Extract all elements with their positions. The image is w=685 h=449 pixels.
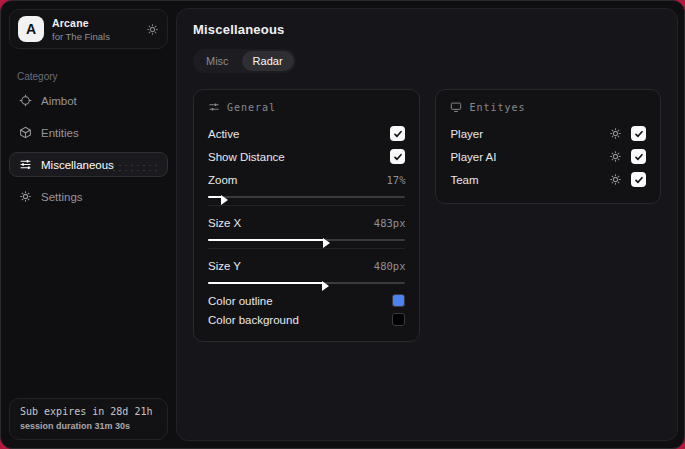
sidebar-item-entities[interactable]: Entities: [9, 120, 168, 145]
sidebar-item-label: Miscellaneous: [41, 159, 114, 171]
divider: [208, 248, 405, 249]
check-icon: [393, 129, 403, 139]
general-panel: General Active Show Distance: [193, 89, 420, 342]
gear-icon[interactable]: [609, 150, 622, 163]
active-checkbox[interactable]: [390, 126, 405, 141]
app-window: A Arcane for The Finals Category: [0, 0, 685, 449]
slider-track: [208, 196, 405, 198]
sidebar-nav: Aimbot Entities Miscel: [1, 88, 176, 209]
slider-thumb[interactable]: [322, 281, 329, 291]
category-label: Category: [17, 71, 176, 82]
entities-icon: [19, 126, 32, 139]
slider-value: 483px: [374, 217, 406, 229]
slider-row-size-x: Size X 483px: [208, 211, 405, 234]
slider-value: 17%: [386, 174, 405, 186]
sub-expires-text: Sub expires in 28d 21h: [20, 406, 157, 417]
slider-thumb[interactable]: [323, 238, 330, 248]
slider-label: Size Y: [208, 260, 241, 272]
color-row-outline: Color outline: [208, 291, 405, 310]
show-distance-checkbox[interactable]: [390, 149, 405, 164]
sidebar-item-label: Aimbot: [41, 95, 77, 107]
slider-label: Size X: [208, 217, 241, 229]
color-label: Color outline: [208, 295, 273, 307]
crosshair-icon: [19, 94, 32, 107]
sidebar-item-miscellaneous[interactable]: Miscellaneous: [9, 152, 168, 177]
app-logo: A: [18, 16, 44, 42]
tab-misc[interactable]: Misc: [195, 51, 240, 71]
zoom-slider[interactable]: [208, 193, 405, 201]
slider-fill: [208, 196, 222, 198]
size-y-slider[interactable]: [208, 279, 405, 287]
page-title: Miscellaneous: [193, 22, 661, 37]
size-x-slider[interactable]: [208, 236, 405, 244]
gear-icon: [19, 190, 32, 203]
gear-icon[interactable]: [609, 173, 622, 186]
toggle-row-show-distance: Show Distance: [208, 145, 405, 168]
sliders-icon: [208, 101, 220, 113]
session-duration-text: session duration 31m 30s: [20, 421, 157, 431]
color-background-swatch[interactable]: [392, 313, 405, 326]
check-icon: [634, 129, 644, 139]
sidebar-item-label: Entities: [41, 127, 79, 139]
sidebar: A Arcane for The Finals Category: [1, 1, 176, 448]
entity-row-player-ai: Player AI: [450, 145, 646, 168]
app-subtitle: for The Finals: [52, 31, 110, 42]
main-panel: Miscellaneous Misc Radar General: [176, 8, 678, 441]
gear-icon[interactable]: [146, 23, 159, 36]
sliders-icon: [19, 158, 32, 171]
team-checkbox[interactable]: [631, 172, 646, 187]
color-row-background: Color background: [208, 310, 405, 329]
sidebar-item-settings[interactable]: Settings: [9, 184, 168, 209]
tab-radar[interactable]: Radar: [242, 51, 294, 71]
check-icon: [634, 175, 644, 185]
slider-value: 480px: [374, 260, 406, 272]
monitor-icon: [450, 101, 462, 113]
app-name: Arcane: [52, 17, 110, 29]
player-checkbox[interactable]: [631, 126, 646, 141]
entity-row-team: Team: [450, 168, 646, 191]
slider-thumb[interactable]: [221, 195, 228, 205]
gear-icon[interactable]: [609, 127, 622, 140]
slider-label: Zoom: [208, 174, 237, 186]
subscription-card: Sub expires in 28d 21h session duration …: [9, 398, 168, 440]
color-label: Color background: [208, 314, 299, 326]
divider: [208, 205, 405, 206]
slider-row-size-y: Size Y 480px: [208, 254, 405, 277]
slider-fill: [208, 239, 324, 241]
panel-title: General: [227, 102, 276, 113]
entity-label: Player: [450, 128, 483, 140]
entities-panel: Entityes Player: [435, 89, 661, 204]
toggle-row-active: Active: [208, 122, 405, 145]
slider-row-zoom: Zoom 17%: [208, 168, 405, 191]
sidebar-item-aimbot[interactable]: Aimbot: [9, 88, 168, 113]
check-icon: [393, 152, 403, 162]
sidebar-item-label: Settings: [41, 191, 83, 203]
color-outline-swatch[interactable]: [392, 294, 405, 307]
slider-fill: [208, 282, 323, 284]
toggle-label: Show Distance: [208, 151, 285, 163]
panel-title: Entityes: [469, 102, 525, 113]
player-ai-checkbox[interactable]: [631, 149, 646, 164]
tab-bar: Misc Radar: [193, 49, 296, 73]
toggle-label: Active: [208, 128, 239, 140]
entity-label: Team: [450, 174, 478, 186]
check-icon: [634, 152, 644, 162]
app-header-card: A Arcane for The Finals: [9, 9, 168, 49]
entity-label: Player AI: [450, 151, 496, 163]
entity-row-player: Player: [450, 122, 646, 145]
